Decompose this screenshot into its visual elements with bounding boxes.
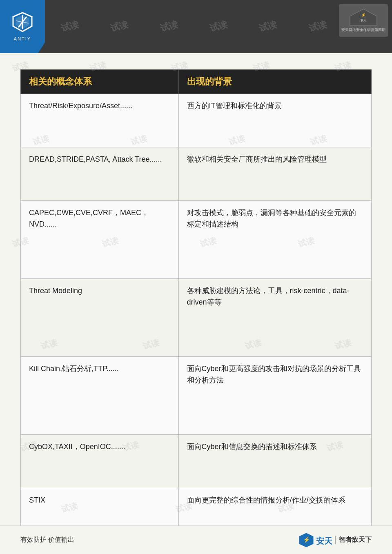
- header-brand-sub-text: 安天网络安全冬训营第四期: [341, 27, 385, 33]
- watermark-4: 试读: [208, 18, 229, 35]
- footer-right: ⚡ 安天 智者敌天下: [299, 533, 372, 547]
- svg-marker-5: [350, 9, 377, 26]
- footer: 有效防护 价值输出 ⚡ 安天 智者敌天下: [0, 525, 392, 554]
- concept-cell-3: Threat Modeling: [21, 278, 179, 356]
- background-cell-0: 西方的IT管理和标准化的背景: [178, 94, 371, 147]
- table-row: CybOX,TAXII，OpenIOC.......面向Cyber和信息交换的描…: [21, 434, 372, 488]
- concept-cell-5: CybOX,TAXII，OpenIOC.......: [21, 434, 179, 488]
- footer-brand-sub: 智者敌天下: [335, 536, 372, 544]
- background-cell-4: 面向Cyber和更高强度的攻击和对抗的场景的分析工具和分析方法: [178, 356, 371, 434]
- col1-header: 相关的概念体系: [21, 70, 179, 94]
- background-cell-3: 各种威胁建模的方法论，工具，risk-centric，data-driven等等: [178, 278, 371, 356]
- background-cell-2: 对攻击模式，脆弱点，漏洞等各种基础的安全元素的标定和描述结构: [178, 200, 371, 278]
- concept-cell-4: Kill Chain,钻石分析,TTP......: [21, 356, 179, 434]
- main-content: 相关的概念体系 出现的背景 Threat/Risk/Exposure/Asset…: [0, 53, 392, 554]
- header: ANTIY 试读 试读 试读 试读 试读 试读 试读 ⚡ 安天 安天网络安全冬训…: [0, 0, 392, 53]
- watermark-1: 试读: [60, 18, 80, 35]
- footer-brand-name: 安天: [316, 534, 332, 547]
- concept-cell-2: CAPEC,CWE,CVE,CVRF，MAEC，NVD......: [21, 200, 179, 278]
- footer-antiy-icon: 安天: [316, 536, 332, 545]
- background-cell-1: 微软和相关安全厂商所推出的风险管理模型: [178, 147, 371, 200]
- footer-tagline: 有效防护 价值输出: [20, 536, 74, 544]
- concept-cell-1: DREAD,STRIDE,PASTA, Attack Tree......: [21, 147, 179, 200]
- table-row: Threat Modeling各种威胁建模的方法论，工具，risk-centri…: [21, 278, 372, 356]
- table-row: CAPEC,CWE,CVE,CVRF，MAEC，NVD......对攻击模式，脆…: [21, 200, 372, 278]
- watermark-3: 试读: [158, 18, 179, 35]
- table-row: Threat/Risk/Exposure/Asset......西方的IT管理和…: [21, 94, 372, 147]
- watermark-5: 试读: [258, 18, 278, 35]
- footer-logo-icon: ⚡: [299, 533, 314, 547]
- table-row: DREAD,STRIDE,PASTA, Attack Tree......微软和…: [21, 147, 372, 200]
- logo-text: ANTIY: [14, 36, 31, 41]
- col2-header: 出现的背景: [178, 70, 371, 94]
- svg-text:安天: 安天: [361, 19, 366, 22]
- watermark-2: 试读: [109, 18, 129, 35]
- header-brand-right: ⚡ 安天 安天网络安全冬训营第四期: [339, 4, 388, 37]
- svg-text:⚡: ⚡: [361, 12, 366, 18]
- watermark-6: 试读: [307, 18, 328, 35]
- logo-box: ANTIY: [0, 0, 45, 53]
- table-row: Kill Chain,钻石分析,TTP......面向Cyber和更高强度的攻击…: [21, 356, 372, 434]
- logo-icon: [12, 12, 33, 35]
- background-cell-5: 面向Cyber和信息交换的描述和标准体系: [178, 434, 371, 488]
- svg-text:⚡: ⚡: [303, 536, 310, 543]
- concept-cell-0: Threat/Risk/Exposure/Asset......: [21, 94, 179, 147]
- concept-table: 相关的概念体系 出现的背景 Threat/Risk/Exposure/Asset…: [20, 69, 372, 542]
